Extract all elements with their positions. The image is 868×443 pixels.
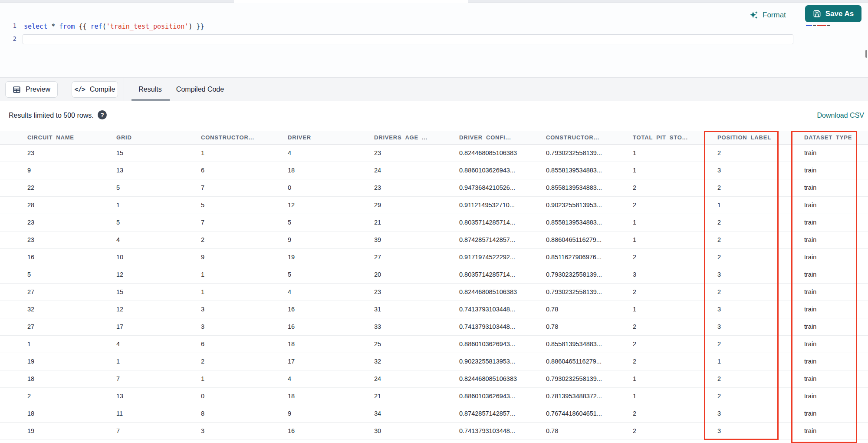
editor-code-line[interactable]: select * from {{ ref('train_test_positio… [24, 22, 204, 31]
table-header-row: CIRCUIT_NAMEGRIDCONSTRUCTOR...DRIVERDRIV… [0, 131, 868, 145]
table-cell: 15 [111, 145, 195, 162]
table-cell: 1 [712, 353, 799, 370]
table-row: 51215200.8035714285714...0.7930232558139… [0, 266, 868, 284]
table-cell: 16 [282, 423, 368, 440]
table-cell: 0 [195, 388, 282, 405]
table-cell: 24 [368, 162, 454, 179]
table-cell: 0.824468085106383 [454, 370, 540, 387]
table-row: 231514230.8244680851063830.7930232558139… [0, 145, 868, 162]
results-table: CIRCUIT_NAMEGRIDCONSTRUCTOR...DRIVERDRIV… [0, 131, 868, 440]
table-cell: 2 [712, 249, 799, 266]
table-cell: 30 [368, 423, 454, 440]
table-cell: 2 [195, 231, 282, 248]
table-header-cell: DRIVERS_AGE_... [368, 131, 454, 144]
table-cell: 0.824468085106383 [454, 145, 540, 162]
help-icon[interactable]: ? [98, 110, 107, 119]
table-header-cell: DATASET_TYPE [799, 131, 868, 144]
sql-editor-panel: Format Save As 1 2 select * from {{ ref(… [0, 3, 868, 77]
download-csv-link[interactable]: Download CSV [817, 112, 865, 119]
editor-minimap [806, 24, 830, 26]
results-toolbar: Preview </> Compile Results Compiled Cod… [0, 77, 868, 101]
table-cell: 7 [195, 179, 282, 196]
table-cell: 7 [111, 370, 195, 387]
editor-active-line-highlight[interactable] [23, 34, 793, 44]
table-cell: 1 [111, 353, 195, 370]
table-cell: train [799, 197, 868, 214]
table-cell: 2 [627, 318, 712, 335]
table-header-cell: POSITION_LABEL [712, 131, 799, 144]
table-cell: 2 [627, 197, 712, 214]
table-cell: 2 [712, 214, 799, 231]
table-header-cell: CIRCUIT_NAME [22, 131, 111, 144]
toolbar-divider [124, 78, 124, 101]
table-cell: 23 [22, 231, 111, 248]
table-cell: 0.8558139534883... [540, 179, 627, 196]
table-cell: train [799, 231, 868, 248]
code-token-plain [55, 23, 59, 30]
editor-scrollbar-thumb[interactable] [865, 50, 867, 58]
table-header-cell: DRIVER [282, 131, 368, 144]
format-button[interactable]: Format [749, 8, 786, 22]
table-cell: 1 [195, 145, 282, 162]
table-cell: 2 [712, 388, 799, 405]
tab-compiled-code[interactable]: Compiled Code [174, 78, 226, 101]
table-row: 913618240.8860103626943...0.855813953488… [0, 162, 868, 179]
table-cell: 4 [111, 336, 195, 353]
table-cell: train [799, 405, 868, 422]
table-cell: 1 [627, 370, 712, 387]
table-cell: train [799, 179, 868, 196]
table-cell: 1 [195, 266, 282, 283]
table-cell: 3 [627, 266, 712, 283]
table-cell: 3 [712, 301, 799, 318]
tab-results[interactable]: Results [128, 78, 172, 101]
table-cell: 31 [368, 301, 454, 318]
compile-button[interactable]: </> Compile [72, 81, 118, 98]
table-row: 1610919270.9171974522292...0.85116279069… [0, 249, 868, 266]
table-cell: 27 [22, 318, 111, 335]
table-cell: 0.8511627906976... [540, 249, 627, 266]
table-header-cell: GRID [111, 131, 195, 144]
table-cell: 5 [22, 266, 111, 283]
code-token-plain: {{ [75, 23, 90, 30]
line-number: 1 [0, 21, 16, 34]
preview-button[interactable]: Preview [5, 81, 58, 98]
table-cell: 0.78 [540, 423, 627, 440]
table-cell: 5 [195, 197, 282, 214]
table-cell: 0.78 [540, 301, 627, 318]
table-cell: 17 [111, 318, 195, 335]
table-cell: 0.8558139534883... [540, 162, 627, 179]
table-cell: 7 [111, 423, 195, 440]
table-cell: 1 [111, 197, 195, 214]
table-cell: 0.824468085106383 [454, 284, 540, 301]
code-token-plain: }} [192, 23, 204, 30]
tab-compiled-code-label: Compiled Code [176, 86, 224, 93]
table-cell: 0.7930232558139... [540, 266, 627, 283]
table-cell: 21 [368, 214, 454, 231]
table-cell: 18 [282, 388, 368, 405]
line-number: 2 [0, 34, 16, 47]
table-cell: train [799, 336, 868, 353]
table-cell: 4 [282, 145, 368, 162]
table-cell: 6 [195, 336, 282, 353]
table-cell: 18 [282, 336, 368, 353]
table-cell: 0.7413793103448... [454, 423, 540, 440]
save-icon [813, 10, 821, 18]
table-cell: 28 [22, 197, 111, 214]
table-cell: 0.9473684210526... [454, 179, 540, 196]
table-cell: 20 [368, 266, 454, 283]
table-row: 197316300.7413793103448...0.7823train [0, 423, 868, 440]
table-cell: train [799, 318, 868, 335]
table-cell: 2 [627, 423, 712, 440]
active-tab-underline [132, 99, 170, 101]
table-cell: 2 [627, 179, 712, 196]
table-cell: 1 [627, 388, 712, 405]
save-as-button[interactable]: Save As [805, 5, 861, 22]
table-cell: 3 [712, 318, 799, 335]
code-token-string: 'train_test_position' [106, 23, 189, 30]
table-cell: 0.9112149532710... [454, 197, 540, 214]
code-token-plain: ) [188, 23, 192, 30]
table-cell: train [799, 370, 868, 387]
table-cell: 0.7930232558139... [540, 284, 627, 301]
table-cell: 1 [627, 214, 712, 231]
table-cell: 2 [627, 249, 712, 266]
